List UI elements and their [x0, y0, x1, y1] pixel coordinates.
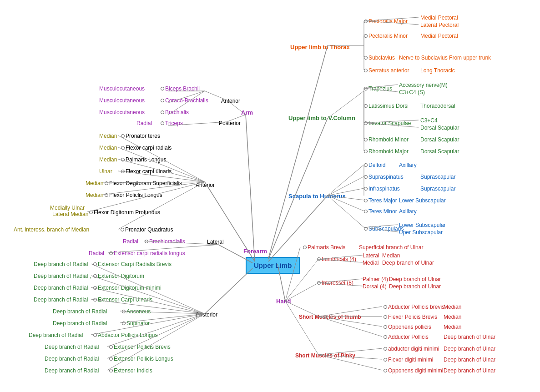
dorsal-inter: Dorsal (4): [363, 283, 387, 290]
median-fcr: Median: [99, 145, 117, 151]
deep-radial-anc: Deep branch of Radial: [53, 308, 107, 315]
medial-lumb: Medial: [363, 260, 379, 266]
axillary-delt: Axillary: [399, 162, 417, 168]
hand-label: Hand: [276, 298, 291, 305]
palmaris-brevis: Palmaris Brevis: [303, 244, 345, 251]
c3c4-lev: C3+C4: [420, 117, 438, 124]
abd-poll-brev: Abductor Pollicis brevis: [384, 304, 444, 310]
flex-dig-min: Flexor digiti minimi: [384, 357, 433, 363]
nerve-subclavius: Nerve to Subclavius From upper trunk: [399, 55, 491, 61]
deep-radial-edm: Deep branch of Radial: [34, 285, 88, 291]
lower-subscap-tm: Lower Subscapular: [399, 197, 446, 204]
median-apb: Median: [444, 304, 461, 310]
ext-dig-minimi: Extensor Digitorum minimi: [93, 285, 161, 291]
median-pl: Median: [99, 156, 117, 163]
flexor-pol-long: Flexor Policlis Longus: [105, 192, 162, 198]
ulnar-fcu: Ulnar: [99, 168, 112, 175]
superficial-ulnar: Superficial branch of Ulnar: [359, 244, 423, 251]
vcolumn-label: Upper limb to V.Column: [288, 115, 355, 121]
supinator: Supinator: [122, 320, 150, 327]
short-thumb-label: Short Muscles of thumb: [299, 314, 361, 320]
rhomboid-minor: Rhomboid Minor: [364, 136, 409, 143]
radial-ecrl: Radial: [89, 250, 104, 256]
median-lateral-lumb: Median: [382, 252, 400, 259]
triceps: Triceps: [161, 120, 183, 126]
svg-line-4: [268, 45, 328, 258]
pronator-teres: Pronator teres: [121, 133, 160, 139]
subscapularis: SubScapularis: [364, 226, 404, 232]
infraspinatus: Infraspinatus: [364, 186, 400, 192]
supraspinatus: Supraspinatus: [364, 174, 404, 180]
deep-radial-ecu: Deep branch of Radial: [34, 297, 88, 303]
anconeus: Anconeus: [122, 308, 151, 315]
deep-ulnar-dorsal: Deep branch of Ulnar: [389, 283, 441, 290]
lateral-median: Lateral Median: [52, 211, 88, 217]
median-fds: Median: [86, 180, 103, 186]
deltoid: Deltoid: [364, 162, 385, 168]
abd-poll-long: Abdactor Pollicis Longus: [93, 332, 157, 338]
anterior-arm: Anterior: [221, 98, 240, 104]
svg-line-58: [118, 147, 205, 182]
median-fpl: Median: [86, 192, 103, 198]
medial-pec1: Medial Pectoral: [420, 15, 458, 21]
biceps: Biceps Brachii: [161, 85, 200, 92]
flexor-dig-sup: Flexor Degitoram Superficialis: [105, 180, 182, 186]
brachialis: Brachialis: [161, 109, 189, 116]
trapezius: Trapezius: [364, 85, 392, 92]
levator-scap: Levator Scapulae: [364, 120, 411, 126]
lateral-pec1: Lateral Pectoral: [420, 22, 459, 28]
svg-line-32: [328, 165, 364, 196]
lumbricals: Lumbricals (4): [317, 256, 356, 262]
svg-line-6: [268, 196, 328, 261]
musculo-coraco: Musculocutaneous: [99, 97, 145, 104]
flexor-dig-prof: Flexor Digitorum Profundus: [89, 209, 160, 216]
svg-line-64: [118, 182, 205, 229]
deep-ulnar-medial-lumb: Deep branch of Ulnar: [382, 260, 434, 266]
serratus-ant: Serratus anterior: [364, 67, 409, 74]
svg-line-41: [285, 247, 300, 301]
deep-radial-sup: Deep branch of Radial: [53, 320, 107, 327]
posterior-forearm: Posterior: [196, 312, 217, 318]
posterior-arm: Posterior: [219, 120, 241, 126]
upper-subscap-sub: Uper Subscapular: [399, 229, 443, 236]
c3c4-trap: C3+C4 (S): [399, 89, 425, 95]
suprascap-sup: Suprascapular: [420, 174, 455, 180]
deep-radial-apl: Deep branch of Radial: [29, 332, 83, 338]
pec-major: Pectoralis Major: [364, 18, 408, 25]
ext-carpi-rad-long: Extensor carpi radialis longus: [109, 250, 185, 256]
deep-ulnar-odm: Deep branch of Ulnar: [444, 367, 495, 374]
svg-line-5: [268, 118, 328, 259]
svg-line-74: [107, 314, 205, 347]
svg-line-38: [328, 196, 364, 227]
forearm-label: Forearm: [243, 248, 267, 255]
ant-inteross: Ant. inteross. branch of Median: [14, 226, 89, 233]
radial-triceps: Radial: [136, 120, 152, 126]
subclavius: Subclavius: [364, 55, 395, 61]
radial-brachio: Radial: [123, 238, 138, 245]
pronator-quad: Pronator Quadratus: [121, 226, 173, 233]
rhomboid-major: Rhomboid Major: [364, 148, 409, 155]
musculo-brachialis: Musculocutaneous: [99, 109, 145, 116]
brachioradialis: Brachioradialis: [145, 238, 185, 245]
adductor-poll: Adductor Pollicis: [384, 334, 429, 340]
anterior-forearm: Anterior: [196, 182, 215, 188]
deep-ulnar-adp: Deep branch of Ulnar: [444, 334, 495, 340]
palmer-inter: Palmer (4): [363, 276, 388, 282]
scap-hum-label: Scapula to Humerus: [288, 193, 346, 200]
ext-carpi-uln: Extensor Carpi Ulnaris: [93, 297, 152, 303]
svg-line-0: [246, 115, 255, 261]
ext-carpi-rad-brev: Extensor Carpi Radialis Brevis: [93, 261, 172, 267]
ext-poll-long: Extensor Pollicis Longus: [109, 356, 173, 362]
opponens-dig-min: Opponens digiti minimi: [384, 367, 443, 374]
deep-radial-ed: Deep branch of Radial ,: [34, 273, 91, 279]
long-thoracic: Long Thoracic: [420, 67, 455, 74]
deep-radial-ei: Deep branch of Radial: [45, 367, 99, 374]
deep-ulnar-fdm: Deep branch of Ulnar: [444, 357, 495, 363]
center-label: Upper Limb: [254, 261, 292, 269]
median-pronator: Median: [99, 133, 117, 139]
accessory-nerve: Accessory nerve(M): [399, 82, 448, 88]
teres-minor: Teres Minor: [364, 208, 397, 215]
lateral-lumb: Lateral: [363, 252, 379, 259]
deep-ulnar-adm: Deep branch of Ulnar: [444, 346, 495, 352]
flexor-carpi-rad: Flexor carpi radials: [121, 145, 172, 151]
